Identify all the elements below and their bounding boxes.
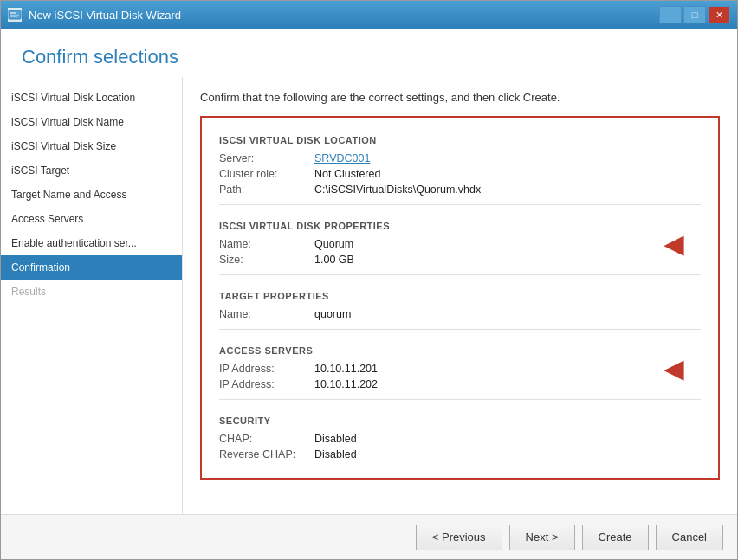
sidebar-label-confirmation: Confirmation — [11, 261, 70, 274]
sidebar-label-enable-auth: Enable authentication ser... — [11, 237, 137, 249]
body-area: iSCSI Virtual Disk Location iSCSI Virtua… — [1, 77, 737, 514]
target-name-value: quorum — [314, 308, 351, 320]
page-title: Confirm selections — [22, 46, 716, 68]
window-icon — [8, 8, 22, 22]
sidebar-label-iscsi-name: iSCSI Virtual Disk Name — [11, 116, 124, 128]
instruction-text: Confirm that the following are the corre… — [200, 91, 720, 104]
right-panel: Confirm that the following are the corre… — [183, 77, 737, 514]
field-row-chap: CHAP: Disabled — [219, 433, 701, 445]
disk-name-value: Quorum — [314, 238, 353, 250]
ip2-value: 10.10.11.202 — [314, 378, 378, 390]
ip1-label: IP Address: — [219, 363, 314, 375]
section-header-properties: ISCSI VIRTUAL DISK PROPERTIES — [219, 221, 701, 231]
confirmation-box: ISCSI VIRTUAL DISK LOCATION Server: SRVD… — [200, 116, 720, 480]
field-row-ip2: IP Address: 10.10.11.202 — [219, 378, 701, 390]
sidebar-label-target-name: Target Name and Access — [11, 189, 126, 201]
sidebar-label-iscsi-location: iSCSI Virtual Disk Location — [11, 92, 135, 104]
sidebar-label-iscsi-target: iSCSI Target — [11, 164, 69, 177]
field-row-ip1: IP Address: 10.10.11.201 ◀ — [219, 363, 701, 375]
field-row-cluster: Cluster role: Not Clustered — [219, 168, 701, 180]
wizard-window: New iSCSI Virtual Disk Wizard — □ ✕ Conf… — [0, 0, 738, 560]
sidebar-item-results[interactable]: Results — [1, 280, 182, 304]
field-row-server: Server: SRVDC001 — [219, 152, 701, 164]
sidebar-item-iscsi-location[interactable]: iSCSI Virtual Disk Location — [1, 86, 182, 110]
disk-size-value: 1.00 GB — [314, 254, 354, 266]
field-row-disk-size: Size: 1.00 GB — [219, 254, 701, 266]
cluster-value: Not Clustered — [314, 168, 380, 180]
cluster-label: Cluster role: — [219, 168, 314, 180]
chap-label: CHAP: — [219, 433, 314, 445]
field-row-target-name: Name: quorum — [219, 308, 701, 320]
sidebar-label-iscsi-size: iSCSI Virtual Disk Size — [11, 140, 116, 152]
sidebar-item-iscsi-target[interactable]: iSCSI Target — [1, 158, 182, 183]
footer: < Previous Next > Create Cancel — [1, 514, 737, 559]
svg-rect-3 — [10, 16, 17, 17]
server-value[interactable]: SRVDC001 — [314, 152, 370, 164]
field-row-disk-name: Name: Quorum ◀ — [219, 238, 701, 250]
sidebar-item-confirmation[interactable]: Confirmation — [1, 255, 182, 280]
close-button[interactable]: ✕ — [708, 6, 730, 23]
reverse-chap-value: Disabled — [314, 448, 357, 460]
content-area: Confirm selections iSCSI Virtual Disk Lo… — [1, 29, 737, 514]
sidebar-item-target-name[interactable]: Target Name and Access — [1, 183, 182, 207]
section-header-location: ISCSI VIRTUAL DISK LOCATION — [219, 135, 701, 145]
ip2-label: IP Address: — [219, 378, 314, 390]
sidebar-label-access-servers: Access Servers — [11, 213, 83, 225]
cancel-button[interactable]: Cancel — [656, 525, 723, 550]
section-header-access: ACCESS SERVERS — [219, 345, 701, 356]
sidebar: iSCSI Virtual Disk Location iSCSI Virtua… — [1, 77, 183, 514]
divider-1 — [219, 204, 701, 205]
page-header: Confirm selections — [1, 29, 737, 77]
create-button[interactable]: Create — [582, 525, 649, 550]
svg-rect-1 — [10, 12, 16, 14]
previous-button[interactable]: < Previous — [416, 525, 502, 550]
section-header-target: TARGET PROPERTIES — [219, 291, 701, 301]
sidebar-item-enable-auth[interactable]: Enable authentication ser... — [1, 231, 182, 255]
sidebar-item-iscsi-size[interactable]: iSCSI Virtual Disk Size — [1, 134, 182, 158]
disk-size-label: Size: — [219, 254, 314, 266]
sidebar-label-results: Results — [11, 286, 46, 298]
path-value: C:\iSCSIVirtualDisks\Quorum.vhdx — [314, 183, 481, 196]
ip1-value: 10.10.11.201 — [314, 363, 378, 375]
divider-2 — [219, 274, 701, 275]
title-bar-left: New iSCSI Virtual Disk Wizard — [8, 8, 181, 22]
target-name-label: Name: — [219, 308, 314, 320]
server-label: Server: — [219, 152, 314, 164]
section-header-security: SECURITY — [219, 415, 701, 426]
field-row-path: Path: C:\iSCSIVirtualDisks\Quorum.vhdx — [219, 183, 701, 196]
title-bar-controls: — □ ✕ — [659, 6, 730, 23]
chap-value: Disabled — [314, 433, 357, 445]
maximize-button[interactable]: □ — [683, 6, 706, 23]
divider-3 — [219, 329, 701, 330]
svg-rect-2 — [10, 15, 19, 16]
divider-4 — [219, 399, 701, 400]
field-row-reverse-chap: Reverse CHAP: Disabled — [219, 448, 701, 460]
title-bar: New iSCSI Virtual Disk Wizard — □ ✕ — [1, 1, 737, 29]
sidebar-item-iscsi-name[interactable]: iSCSI Virtual Disk Name — [1, 110, 182, 134]
minimize-button[interactable]: — — [659, 6, 682, 23]
disk-name-label: Name: — [219, 238, 314, 250]
reverse-chap-label: Reverse CHAP: — [219, 448, 314, 460]
path-label: Path: — [219, 183, 314, 196]
window-title: New iSCSI Virtual Disk Wizard — [29, 9, 181, 22]
sidebar-item-access-servers[interactable]: Access Servers — [1, 207, 182, 231]
next-button[interactable]: Next > — [509, 525, 575, 550]
